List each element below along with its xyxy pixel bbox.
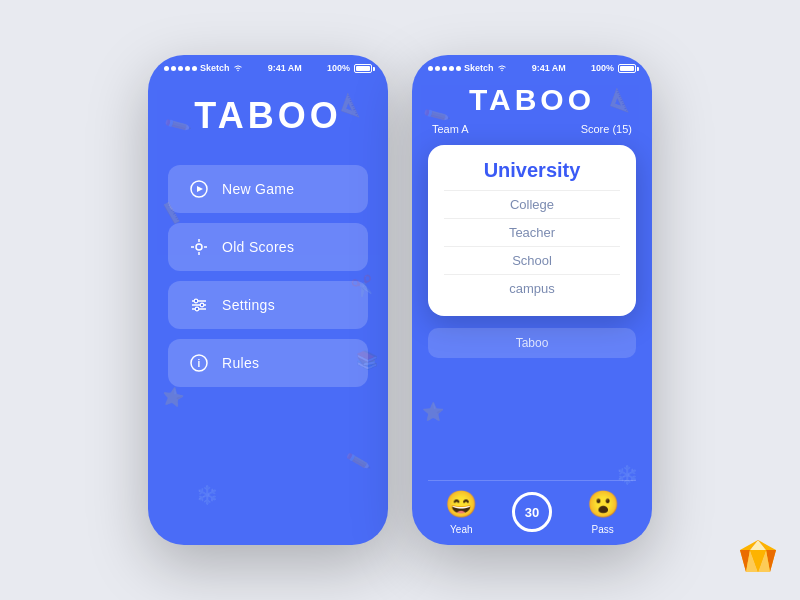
status-bar-1: Sketch 9:41 AM 100%	[148, 55, 388, 77]
status-right-2: 100%	[591, 63, 636, 73]
yeah-action[interactable]: 😄 Yeah	[445, 489, 477, 535]
svg-text:i: i	[197, 358, 200, 369]
main-word: University	[484, 159, 581, 182]
battery-percent-1: 100%	[327, 63, 350, 73]
taboo-section: Taboo	[428, 328, 636, 358]
old-scores-label: Old Scores	[222, 239, 294, 255]
status-left-2: Sketch	[428, 63, 507, 73]
game-title: TABOO	[469, 83, 595, 117]
score-row: Team A Score (15)	[428, 123, 636, 135]
rules-label: Rules	[222, 355, 259, 371]
new-game-label: New Game	[222, 181, 294, 197]
taboo-word-2: School	[444, 246, 620, 274]
taboo-label: Taboo	[516, 336, 549, 350]
action-bar: 😄 Yeah 30 😮 Pass	[428, 480, 636, 545]
carrier-label-2: Sketch	[464, 63, 494, 73]
signal-dots	[164, 66, 197, 71]
battery-percent-2: 100%	[591, 63, 614, 73]
yeah-emoji: 😄	[445, 489, 477, 520]
time-label-1: 9:41 AM	[268, 63, 302, 73]
pass-emoji: 😮	[587, 489, 619, 520]
phone1-content: TABOO New Game	[148, 77, 388, 545]
phone-main-menu: Sketch 9:41 AM 100% ✏️ 📐 📏 ✂️ ⭐	[148, 55, 388, 545]
pass-action[interactable]: 😮 Pass	[587, 489, 619, 535]
status-right-1: 100%	[327, 63, 372, 73]
pass-label: Pass	[592, 524, 614, 535]
play-icon	[188, 178, 210, 200]
phone-game-screen: Sketch 9:41 AM 100% ✏️ 📐 ⭐ ❄️	[412, 55, 652, 545]
signal-dots-2	[428, 66, 461, 71]
timer-circle: 30	[512, 492, 552, 532]
time-label-2: 9:41 AM	[532, 63, 566, 73]
svg-point-10	[194, 299, 198, 303]
timer-value: 30	[525, 505, 539, 520]
carrier-label: Sketch	[200, 63, 230, 73]
svg-point-11	[200, 303, 204, 307]
battery-icon-2	[618, 64, 636, 73]
battery-icon-1	[354, 64, 372, 73]
settings-label: Settings	[222, 297, 275, 313]
old-scores-button[interactable]: Old Scores	[168, 223, 368, 271]
rules-button[interactable]: i Rules	[168, 339, 368, 387]
team-label: Team A	[432, 123, 469, 135]
settings-button[interactable]: Settings	[168, 281, 368, 329]
rules-icon: i	[188, 352, 210, 374]
wifi-icon	[233, 64, 243, 72]
screen-container: Sketch 9:41 AM 100% ✏️ 📐 📏 ✂️ ⭐	[148, 55, 652, 545]
game-card: University College Teacher School campus	[428, 145, 636, 316]
app-title-1: TABOO	[194, 95, 341, 137]
settings-icon	[188, 294, 210, 316]
status-left-1: Sketch	[164, 63, 243, 73]
taboo-word-1: Teacher	[444, 218, 620, 246]
svg-point-12	[195, 307, 199, 311]
new-game-button[interactable]: New Game	[168, 165, 368, 213]
status-bar-2: Sketch 9:41 AM 100%	[412, 55, 652, 77]
taboo-word-0: College	[444, 190, 620, 218]
svg-marker-1	[197, 186, 203, 192]
taboo-word-3: campus	[444, 274, 620, 302]
timer-action[interactable]: 30	[512, 492, 552, 532]
yeah-label: Yeah	[450, 524, 472, 535]
scores-icon	[188, 236, 210, 258]
phone2-content: TABOO Team A Score (15) University Colle…	[412, 77, 652, 545]
score-label: Score (15)	[581, 123, 632, 135]
svg-point-2	[196, 244, 202, 250]
wifi-icon-2	[497, 64, 507, 72]
sketch-logo	[736, 536, 780, 580]
